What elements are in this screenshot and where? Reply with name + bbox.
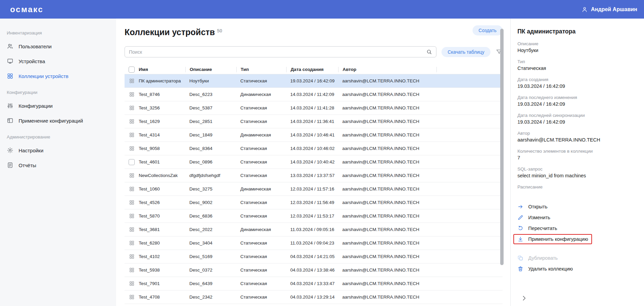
row-leading-cell xyxy=(125,267,139,273)
select-all-checkbox[interactable] xyxy=(129,67,135,73)
grid-icon xyxy=(129,254,135,259)
action-refresh[interactable]: Пересчитать xyxy=(514,223,561,233)
action-arrow-right[interactable]: Открыть xyxy=(514,202,551,212)
cell-type: Статическая xyxy=(236,78,286,83)
sidebar-item-отчёты[interactable]: Отчёты xyxy=(7,158,112,173)
table-row[interactable]: Test_3256Desc_5387Статическая14.03.2024 … xyxy=(125,101,503,115)
sidebar-section: КонфигурацииКонфигурацииПрименение конфи… xyxy=(7,86,112,128)
row-leading-cell xyxy=(125,213,139,219)
table-row[interactable]: Test_8746Desc_6223Динамическая14.03.2024… xyxy=(125,88,503,101)
sidebar-item-устройства[interactable]: Устройства xyxy=(7,54,112,69)
collapse-panel-chevron-icon[interactable] xyxy=(521,295,527,301)
cell-description: Desc_3275 xyxy=(185,186,236,192)
table-row[interactable]: Test_4526Desc_9002Статическая12.03.2024 … xyxy=(125,196,503,209)
search-input[interactable] xyxy=(125,46,436,57)
table-row[interactable]: NewCollectionsZakdfgdfjdsfsehgdfСтатичес… xyxy=(125,169,503,182)
grid-icon xyxy=(129,173,135,178)
action-trash[interactable]: Удалить коллекцию xyxy=(514,264,576,274)
cell-description: Desc_2022 xyxy=(185,227,236,232)
table-row[interactable]: Test_4314Desc_1849Динамическая14.03.2024… xyxy=(125,128,503,142)
sidebar-item-label: Устройства xyxy=(19,58,45,64)
table-row[interactable]: Test_1629Desc_2851Статическая14.03.2024 … xyxy=(125,115,503,128)
search-icon[interactable] xyxy=(426,49,432,55)
table-row[interactable]: Test_1060Desc_3275Динамическая12.03.2024… xyxy=(125,182,503,196)
table-row[interactable]: Test_4708Desc_2342Статическая04.03.2024 … xyxy=(125,290,503,304)
cell-author: aarshavin@LCM.TERRA.INNO.TECH xyxy=(338,92,436,97)
action-label: Изменить xyxy=(528,215,550,220)
sidebar-item-настройки[interactable]: Настройки xyxy=(7,143,112,158)
cell-created: 12.03.2024 / 11:57:16 xyxy=(286,186,338,192)
field-value: 7 xyxy=(517,154,637,161)
table-row[interactable]: Test_9058Desc_8364Статическая14.03.2024 … xyxy=(125,142,503,155)
cell-type: Статическая xyxy=(236,281,286,286)
sidebar-item-label: Применение конфигураций xyxy=(19,118,83,124)
sidebar-item-применение-конфигураций[interactable]: Применение конфигураций xyxy=(7,113,112,128)
table-toolbar: Скачать таблицу xyxy=(125,46,503,57)
action-pencil[interactable]: Изменить xyxy=(514,212,554,223)
sidebar-item-коллекции-устройств[interactable]: Коллекции устройств xyxy=(7,69,112,83)
cell-created: 14.03.2024 / 11:41:28 xyxy=(286,105,338,110)
table-row[interactable]: Test_5870Desc_6836Статическая12.03.2024 … xyxy=(125,209,503,223)
cell-name: Test_6280 xyxy=(139,240,185,246)
table-row[interactable]: Test_5938Desc_0372Статическая04.03.2024 … xyxy=(125,263,503,277)
cell-description: Desc_6836 xyxy=(185,213,236,219)
field-label: Расписание xyxy=(517,184,637,190)
cell-description: Desc_5387 xyxy=(185,105,236,110)
row-leading-cell xyxy=(125,92,139,97)
column-header[interactable]: Тип xyxy=(236,67,286,72)
sidebar-item-label: Настройки xyxy=(19,148,44,153)
table-row[interactable]: Test_4102Desc_5169Статическая04.03.2024 … xyxy=(125,250,503,263)
vertical-scrollbar[interactable] xyxy=(500,29,504,265)
column-header[interactable]: Дата создания xyxy=(286,67,338,72)
cell-author: aarshavin@LCM.TERRA.INNO.TECH xyxy=(338,78,436,83)
table-row[interactable]: Test_7901Desc_6439Статическая04.03.2024 … xyxy=(125,277,503,290)
app-logo: осмакс xyxy=(10,5,44,14)
panel-field: Расписание xyxy=(517,184,637,194)
action-download[interactable]: Применить конфигурацию xyxy=(513,234,592,244)
cell-created: 14.03.2024 / 11:36:41 xyxy=(286,119,338,124)
field-label: Дата последней синхронизации xyxy=(517,112,637,119)
cell-author: aarshavin@LCM.TERRA.INNO.TECH xyxy=(338,200,436,205)
cell-name: Test_5938 xyxy=(139,267,185,273)
panel-secondary-actions: ДублироватьУдалить коллекцию xyxy=(517,253,637,274)
grid-icon xyxy=(129,105,135,111)
cell-type: Статическая xyxy=(236,240,286,246)
page-title-text: Коллекции устройств xyxy=(125,27,215,37)
grid-icon xyxy=(129,227,135,232)
user-name: Андрей Аршавин xyxy=(591,6,637,12)
row-leading-cell xyxy=(125,240,139,246)
row-leading-cell xyxy=(125,200,139,205)
column-header-spacer xyxy=(436,67,503,72)
table-row[interactable]: Test_3681Desc_2022Динамическая11.03.2024… xyxy=(125,223,503,236)
row-leading-cell xyxy=(125,105,139,111)
user-menu[interactable]: Андрей Аршавин xyxy=(581,6,637,13)
download-table-button[interactable]: Скачать таблицу xyxy=(441,47,490,57)
row-checkbox[interactable] xyxy=(129,159,135,165)
column-header[interactable]: Имя xyxy=(139,67,185,72)
field-value: 19.03.2024 / 16:42:09 xyxy=(517,101,637,108)
create-button[interactable]: Создать xyxy=(473,25,503,35)
page-header: Коллекции устройств50 Создать xyxy=(125,25,503,37)
sidebar-item-конфигурации[interactable]: Конфигурации xyxy=(7,98,112,113)
row-leading-cell xyxy=(125,186,139,192)
sidebar-item-пользователи[interactable]: Пользователи xyxy=(7,39,112,54)
grid-icon xyxy=(7,73,14,79)
sidebar-section: ИнвентаризацияПользователиУстройстваКолл… xyxy=(7,27,112,83)
table-row[interactable]: Test_6280Desc_3404Статическая11.03.2024 … xyxy=(125,236,503,250)
cell-author: aarshavin@LCM.TERRA.INNO.TECH xyxy=(338,173,436,178)
report-icon xyxy=(7,162,14,169)
table-row[interactable]: Test_4601Desc_0896Статическая14.03.2024 … xyxy=(125,155,503,169)
cell-type: Статическая xyxy=(236,105,286,110)
table-row[interactable]: ПК администратораНоутбукиСтатическая19.0… xyxy=(125,74,503,88)
cell-author: aarshavin@LCM.TERRA.INNO.TECH xyxy=(338,213,436,219)
column-header[interactable]: Описание xyxy=(185,67,236,72)
grid-icon xyxy=(129,92,135,97)
grid-icon xyxy=(129,146,135,151)
collections-table: ИмяОписаниеТипДата созданияАвторПК админ… xyxy=(125,65,503,304)
row-leading-cell xyxy=(125,119,139,124)
grid-icon xyxy=(129,213,135,219)
field-label: Описание xyxy=(517,41,637,47)
action-label: Открыть xyxy=(528,204,547,209)
column-header[interactable]: Автор xyxy=(338,67,436,72)
field-value xyxy=(517,190,637,194)
